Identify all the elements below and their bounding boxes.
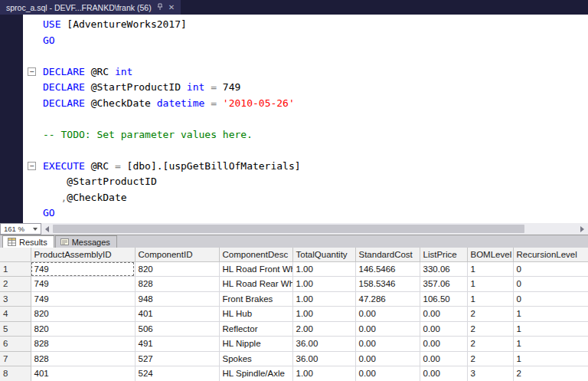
grid-cell[interactable]: 491 [135, 337, 219, 352]
column-header[interactable]: RecursionLevel [513, 248, 588, 261]
grid-cell[interactable]: 36.00 [292, 351, 355, 366]
grid-cell[interactable]: 106.50 [420, 291, 467, 307]
scroll-right-icon[interactable] [577, 223, 588, 235]
tab-messages[interactable]: Messages [55, 235, 117, 248]
column-header[interactable]: ListPrice [420, 248, 467, 261]
column-header[interactable]: StandardCost [355, 248, 420, 261]
grid-cell[interactable]: 506 [135, 321, 219, 337]
code-line[interactable]: DECLARE @CheckDate datetime = '2010-05-2… [23, 96, 588, 112]
code-line[interactable]: −DECLARE @RC int [23, 64, 588, 80]
grid-cell[interactable]: 1 [513, 307, 588, 322]
code-line[interactable]: GO [23, 33, 588, 49]
code-line[interactable] [23, 111, 588, 127]
grid-cell[interactable]: 1.00 [292, 366, 355, 381]
code-line[interactable]: GO [23, 205, 588, 222]
grid-cell[interactable]: 330.06 [420, 261, 467, 277]
column-header[interactable]: BOMLevel [467, 248, 513, 261]
grid-cell[interactable]: 1.00 [292, 261, 355, 277]
grid-cell[interactable]: 749 [31, 277, 135, 292]
pin-icon[interactable] [157, 3, 163, 11]
grid-cell[interactable]: 1 [513, 351, 588, 366]
grid-cell[interactable]: 524 [135, 366, 219, 381]
fold-collapse-icon[interactable]: − [23, 64, 43, 80]
grid-cell[interactable]: 820 [135, 261, 219, 277]
code-area[interactable]: USE [AdventureWorks2017]GO−DECLARE @RC i… [23, 15, 588, 223]
code-line[interactable]: -- TODO: Set parameter values here. [23, 127, 588, 143]
row-number-cell[interactable]: 6 [0, 337, 31, 352]
grid-cell[interactable]: Spokes [219, 351, 292, 366]
row-number-cell[interactable]: 4 [0, 307, 31, 322]
grid-cell[interactable]: 828 [31, 337, 135, 352]
grid-cell[interactable]: 828 [31, 351, 135, 366]
code-line[interactable]: DECLARE @StartProductID int = 749 [23, 80, 588, 96]
row-number-cell[interactable]: 2 [0, 277, 31, 292]
grid-cell[interactable]: 1 [467, 277, 513, 292]
grid-cell[interactable]: 401 [135, 307, 219, 322]
code-line[interactable]: −EXECUTE @RC = [dbo].[uspGetBillOfMateri… [23, 159, 588, 175]
grid-cell[interactable]: 2 [513, 366, 588, 381]
grid-cell[interactable]: 0.00 [420, 321, 467, 337]
grid-cell[interactable]: 158.5346 [355, 277, 420, 292]
scroll-left-icon[interactable] [41, 223, 53, 235]
code-line[interactable]: USE [AdventureWorks2017] [23, 17, 588, 33]
grid-cell[interactable]: 527 [135, 351, 219, 366]
column-header[interactable]: ComponentDesc [219, 248, 292, 261]
row-number-cell[interactable]: 3 [0, 291, 31, 307]
scrollbar-thumb[interactable] [53, 225, 524, 233]
grid-cell[interactable]: 749 [31, 291, 135, 307]
grid-cell[interactable]: 47.286 [355, 291, 420, 307]
grid-cell[interactable]: 0.00 [420, 307, 467, 322]
code-line[interactable]: ,@CheckDate [23, 190, 588, 206]
row-number-cell[interactable]: 8 [0, 366, 31, 381]
grid-cell[interactable]: 0 [513, 261, 588, 277]
grid-cell[interactable]: 820 [31, 307, 135, 322]
select-all-corner[interactable] [0, 248, 31, 261]
grid-cell[interactable]: 1.00 [292, 307, 355, 322]
grid-cell[interactable]: Front Brakes [219, 291, 292, 307]
grid-cell[interactable]: 2 [467, 337, 513, 352]
document-tab[interactable]: sproc_a.sql - DEVF...FRANKD\frank (56) ✕ [0, 0, 181, 15]
grid-cell[interactable]: 0 [513, 291, 588, 307]
zoom-control[interactable]: 161 % [0, 223, 41, 235]
grid-cell[interactable]: HL Nipple [219, 337, 292, 352]
grid-cell[interactable]: 1 [467, 261, 513, 277]
grid-cell[interactable]: 948 [135, 291, 219, 307]
grid-cell[interactable]: 36.00 [292, 337, 355, 352]
tab-results[interactable]: Results [2, 235, 54, 248]
column-header[interactable]: ProductAssemblyID [31, 248, 135, 261]
column-header[interactable]: ComponentID [135, 248, 219, 261]
code-line[interactable]: @StartProductID [23, 174, 588, 190]
grid-cell[interactable]: 0.00 [355, 321, 420, 337]
grid-cell[interactable]: 1.00 [292, 277, 355, 292]
code-line[interactable] [23, 143, 588, 159]
scrollbar-track[interactable] [53, 223, 577, 235]
grid-cell[interactable]: 1 [467, 291, 513, 307]
row-number-cell[interactable]: 7 [0, 351, 31, 366]
grid-cell[interactable]: HL Road Rear Wheel [219, 277, 292, 292]
horizontal-scrollbar[interactable] [41, 223, 588, 235]
grid-cell[interactable]: 0.00 [420, 366, 467, 381]
grid-cell[interactable]: 401 [31, 366, 135, 381]
grid-cell[interactable]: 0.00 [355, 337, 420, 352]
grid-cell[interactable]: 2 [467, 307, 513, 322]
grid-cell[interactable]: 2 [467, 321, 513, 337]
fold-collapse-icon[interactable]: − [23, 159, 43, 175]
grid-cell[interactable]: 820 [31, 321, 135, 337]
grid-cell[interactable]: 1 [513, 321, 588, 337]
grid-cell[interactable]: 146.5466 [355, 261, 420, 277]
grid-cell[interactable]: 0.00 [355, 307, 420, 322]
grid-cell[interactable]: 0.00 [420, 351, 467, 366]
grid-cell[interactable]: HL Road Front Wheel [219, 261, 292, 277]
row-number-cell[interactable]: 5 [0, 321, 31, 337]
grid-cell[interactable]: 2.00 [292, 321, 355, 337]
column-header[interactable]: TotalQuantity [292, 248, 355, 261]
grid-cell[interactable]: 0.00 [420, 337, 467, 352]
close-icon[interactable]: ✕ [168, 4, 175, 11]
grid-cell[interactable]: HL Hub [219, 307, 292, 322]
code-line[interactable] [23, 48, 588, 64]
row-number-cell[interactable]: 1 [0, 261, 31, 277]
grid-cell[interactable]: 749 [31, 261, 135, 277]
grid-cell[interactable]: 0.00 [355, 366, 420, 381]
grid-cell[interactable]: 828 [135, 277, 219, 292]
grid-cell[interactable]: HL Spindle/Axle [219, 366, 292, 381]
